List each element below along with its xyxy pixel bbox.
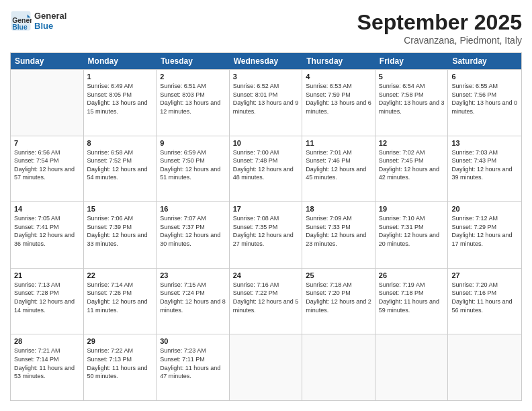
day-number: 26 bbox=[379, 271, 445, 279]
calendar-cell: 30 Sunrise: 7:23 AMSunset: 7:11 PMDaylig… bbox=[157, 334, 230, 400]
day-number: 21 bbox=[14, 271, 80, 279]
day-info: Sunrise: 7:14 AMSunset: 7:26 PMDaylight:… bbox=[87, 281, 153, 314]
calendar-cell: 4 Sunrise: 6:53 AMSunset: 7:59 PMDayligh… bbox=[302, 70, 375, 136]
day-info: Sunrise: 7:10 AMSunset: 7:31 PMDaylight:… bbox=[379, 214, 445, 248]
calendar-cell: 7 Sunrise: 6:56 AMSunset: 7:54 PMDayligh… bbox=[11, 136, 84, 202]
header-sunday: Sunday bbox=[11, 53, 84, 69]
day-info: Sunrise: 7:02 AMSunset: 7:45 PMDaylight:… bbox=[379, 148, 445, 182]
day-info: Sunrise: 7:22 AMSunset: 7:13 PMDaylight:… bbox=[87, 347, 153, 380]
calendar-cell: 2 Sunrise: 6:51 AMSunset: 8:03 PMDayligh… bbox=[157, 70, 230, 136]
month-title: September 2025 bbox=[357, 10, 522, 35]
day-info: Sunrise: 6:52 AMSunset: 8:01 PMDaylight:… bbox=[233, 82, 299, 116]
calendar-cell: 9 Sunrise: 6:59 AMSunset: 7:50 PMDayligh… bbox=[157, 136, 230, 202]
header-monday: Monday bbox=[84, 53, 157, 69]
title-block: September 2025 Cravanzana, Piedmont, Ita… bbox=[357, 10, 522, 46]
calendar-cell bbox=[448, 334, 521, 400]
day-info: Sunrise: 7:07 AMSunset: 7:37 PMDaylight:… bbox=[160, 214, 226, 248]
calendar-cell: 22 Sunrise: 7:14 AMSunset: 7:26 PMDaylig… bbox=[84, 269, 157, 334]
calendar-cell: 6 Sunrise: 6:55 AMSunset: 7:56 PMDayligh… bbox=[448, 70, 521, 136]
day-info: Sunrise: 6:53 AMSunset: 7:59 PMDaylight:… bbox=[306, 82, 371, 116]
calendar-cell bbox=[302, 334, 375, 400]
day-info: Sunrise: 7:09 AMSunset: 7:33 PMDaylight:… bbox=[306, 214, 371, 248]
calendar-week-5: 28 Sunrise: 7:21 AMSunset: 7:14 PMDaylig… bbox=[11, 334, 521, 400]
calendar-week-3: 14 Sunrise: 7:05 AMSunset: 7:41 PMDaylig… bbox=[11, 201, 521, 268]
day-number: 3 bbox=[233, 73, 299, 81]
day-info: Sunrise: 7:13 AMSunset: 7:28 PMDaylight:… bbox=[14, 281, 80, 314]
calendar-cell bbox=[11, 70, 84, 136]
day-info: Sunrise: 7:06 AMSunset: 7:39 PMDaylight:… bbox=[87, 214, 153, 248]
day-number: 20 bbox=[451, 205, 518, 213]
day-number: 25 bbox=[306, 271, 371, 279]
logo-blue: Blue bbox=[34, 21, 66, 31]
calendar-cell: 14 Sunrise: 7:05 AMSunset: 7:41 PMDaylig… bbox=[11, 202, 84, 268]
day-number: 8 bbox=[87, 139, 153, 147]
logo-general: General bbox=[34, 11, 66, 21]
header-friday: Friday bbox=[375, 53, 449, 69]
day-info: Sunrise: 7:03 AMSunset: 7:43 PMDaylight:… bbox=[451, 148, 518, 182]
day-number: 22 bbox=[87, 271, 153, 279]
calendar-week-4: 21 Sunrise: 7:13 AMSunset: 7:28 PMDaylig… bbox=[11, 268, 521, 334]
calendar-cell: 13 Sunrise: 7:03 AMSunset: 7:43 PMDaylig… bbox=[448, 136, 521, 202]
calendar-cell: 26 Sunrise: 7:19 AMSunset: 7:18 PMDaylig… bbox=[375, 269, 449, 334]
calendar-cell: 12 Sunrise: 7:02 AMSunset: 7:45 PMDaylig… bbox=[375, 136, 449, 202]
day-info: Sunrise: 6:54 AMSunset: 7:58 PMDaylight:… bbox=[379, 82, 445, 116]
day-info: Sunrise: 7:08 AMSunset: 7:35 PMDaylight:… bbox=[233, 214, 299, 248]
calendar-cell: 3 Sunrise: 6:52 AMSunset: 8:01 PMDayligh… bbox=[230, 70, 303, 136]
day-number: 9 bbox=[160, 139, 226, 147]
day-number: 11 bbox=[306, 139, 371, 147]
calendar-cell: 8 Sunrise: 6:58 AMSunset: 7:52 PMDayligh… bbox=[84, 136, 157, 202]
day-info: Sunrise: 7:20 AMSunset: 7:16 PMDaylight:… bbox=[451, 281, 518, 314]
header: General Blue General Blue September 2025… bbox=[10, 10, 522, 46]
day-number: 18 bbox=[306, 205, 371, 213]
day-number: 2 bbox=[160, 73, 226, 81]
calendar-cell: 11 Sunrise: 7:01 AMSunset: 7:46 PMDaylig… bbox=[302, 136, 375, 202]
calendar: Sunday Monday Tuesday Wednesday Thursday… bbox=[10, 52, 522, 401]
day-number: 7 bbox=[14, 139, 80, 147]
calendar-cell: 28 Sunrise: 7:21 AMSunset: 7:14 PMDaylig… bbox=[11, 334, 84, 400]
calendar-cell: 20 Sunrise: 7:12 AMSunset: 7:29 PMDaylig… bbox=[448, 202, 521, 268]
day-number: 30 bbox=[160, 337, 226, 345]
day-number: 6 bbox=[451, 73, 518, 81]
logo-icon: General Blue bbox=[10, 10, 32, 32]
day-number: 5 bbox=[379, 73, 445, 81]
day-number: 1 bbox=[87, 73, 153, 81]
day-number: 23 bbox=[160, 271, 226, 279]
day-number: 17 bbox=[233, 205, 299, 213]
calendar-header: Sunday Monday Tuesday Wednesday Thursday… bbox=[11, 53, 521, 69]
day-number: 12 bbox=[379, 139, 445, 147]
calendar-cell: 23 Sunrise: 7:15 AMSunset: 7:24 PMDaylig… bbox=[157, 269, 230, 334]
day-info: Sunrise: 6:49 AMSunset: 8:05 PMDaylight:… bbox=[87, 82, 153, 116]
day-number: 10 bbox=[233, 139, 299, 147]
day-number: 27 bbox=[451, 271, 518, 279]
day-info: Sunrise: 6:58 AMSunset: 7:52 PMDaylight:… bbox=[87, 148, 153, 182]
day-number: 15 bbox=[87, 205, 153, 213]
day-info: Sunrise: 6:56 AMSunset: 7:54 PMDaylight:… bbox=[14, 148, 80, 182]
calendar-cell: 29 Sunrise: 7:22 AMSunset: 7:13 PMDaylig… bbox=[84, 334, 157, 400]
calendar-cell: 15 Sunrise: 7:06 AMSunset: 7:39 PMDaylig… bbox=[84, 202, 157, 268]
calendar-cell bbox=[375, 334, 449, 400]
day-info: Sunrise: 7:00 AMSunset: 7:48 PMDaylight:… bbox=[233, 148, 299, 182]
day-number: 28 bbox=[14, 337, 80, 345]
calendar-cell: 17 Sunrise: 7:08 AMSunset: 7:35 PMDaylig… bbox=[230, 202, 303, 268]
header-wednesday: Wednesday bbox=[230, 53, 303, 69]
day-info: Sunrise: 7:01 AMSunset: 7:46 PMDaylight:… bbox=[306, 148, 371, 182]
day-info: Sunrise: 7:23 AMSunset: 7:11 PMDaylight:… bbox=[160, 347, 226, 380]
header-saturday: Saturday bbox=[448, 53, 521, 69]
calendar-cell: 19 Sunrise: 7:10 AMSunset: 7:31 PMDaylig… bbox=[375, 202, 449, 268]
day-info: Sunrise: 7:15 AMSunset: 7:24 PMDaylight:… bbox=[160, 281, 226, 314]
calendar-cell: 5 Sunrise: 6:54 AMSunset: 7:58 PMDayligh… bbox=[375, 70, 449, 136]
day-number: 24 bbox=[233, 271, 299, 279]
day-number: 19 bbox=[379, 205, 445, 213]
day-info: Sunrise: 7:05 AMSunset: 7:41 PMDaylight:… bbox=[14, 214, 80, 248]
calendar-week-1: 1 Sunrise: 6:49 AMSunset: 8:05 PMDayligh… bbox=[11, 69, 521, 136]
day-info: Sunrise: 7:18 AMSunset: 7:20 PMDaylight:… bbox=[306, 281, 371, 314]
calendar-cell: 25 Sunrise: 7:18 AMSunset: 7:20 PMDaylig… bbox=[302, 269, 375, 334]
calendar-cell bbox=[230, 334, 303, 400]
svg-text:Blue: Blue bbox=[12, 24, 28, 31]
calendar-cell: 24 Sunrise: 7:16 AMSunset: 7:22 PMDaylig… bbox=[230, 269, 303, 334]
calendar-week-2: 7 Sunrise: 6:56 AMSunset: 7:54 PMDayligh… bbox=[11, 136, 521, 202]
day-info: Sunrise: 7:19 AMSunset: 7:18 PMDaylight:… bbox=[379, 281, 445, 314]
day-number: 13 bbox=[451, 139, 518, 147]
header-thursday: Thursday bbox=[302, 53, 375, 69]
calendar-cell: 1 Sunrise: 6:49 AMSunset: 8:05 PMDayligh… bbox=[84, 70, 157, 136]
